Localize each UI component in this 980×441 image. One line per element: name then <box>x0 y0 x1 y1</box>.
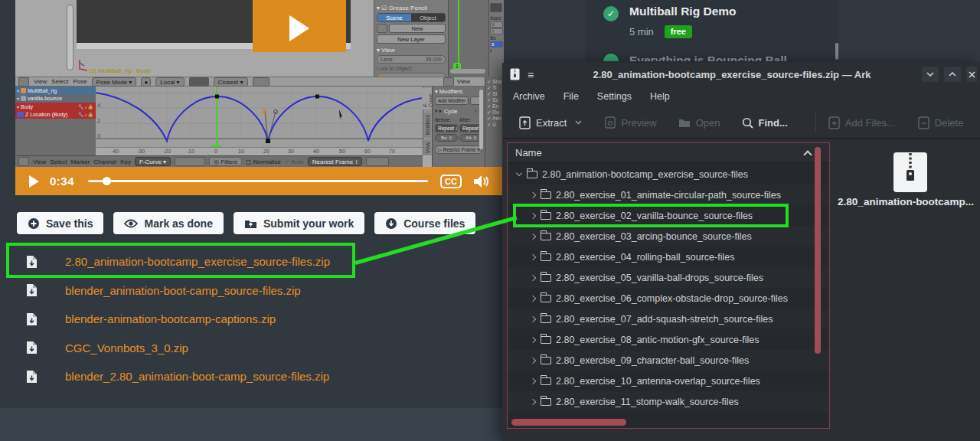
lesson-title-clipped[interactable]: Everything is Bouncing Ball <box>629 54 787 61</box>
save-this-button[interactable]: Save this <box>17 212 103 234</box>
lesson-title[interactable]: Multiball Rig Demo <box>629 5 737 18</box>
archive-row[interactable]: 2.80_exercise_04_rolling-ball_source-fil… <box>508 247 829 267</box>
expander-chevron-icon[interactable] <box>528 293 538 304</box>
graph-channel-list: ▾ MultiBall_rig ▾ vanilla-bounce ▾ Body … <box>15 87 96 155</box>
lesson-list-scrollbar[interactable] <box>835 43 838 60</box>
speaker-icon <box>472 174 490 189</box>
expander-chevron-icon[interactable] <box>528 190 538 201</box>
menu-item[interactable]: Settings <box>597 91 632 102</box>
pivot-dropdown: Local ▾ <box>155 77 184 87</box>
archive-rows: 2.80_animation-bootcamp_exercise_source-… <box>508 164 829 412</box>
x-field: X <box>490 21 503 28</box>
menu-item[interactable]: File <box>564 91 579 102</box>
video-control-bar[interactable]: 0:34 CC <box>15 167 504 195</box>
file-download-icon <box>26 312 38 326</box>
download-link[interactable]: blender_animation-boot-camp_source-files… <box>65 284 301 297</box>
archive-row[interactable]: 2.80_exercise_05_vanilla-ball-drops_sour… <box>508 267 829 288</box>
lesson-duration: 5 min <box>629 26 654 38</box>
download-circle-icon <box>385 217 397 230</box>
archive-row[interactable]: 2.80_exercise_07_add-squash-stretch_sour… <box>508 309 829 329</box>
video-progress-bar[interactable] <box>88 180 428 182</box>
expander-chevron-icon[interactable] <box>528 252 538 263</box>
expander-chevron-icon[interactable] <box>528 355 538 366</box>
expander-chevron-icon[interactable] <box>528 273 538 283</box>
video-player[interactable]: (1) MultiBall_rig : Body ▾ ☑ Grease Penc… <box>15 0 504 195</box>
archive-row[interactable]: 2.80_exercise_03_arcing-bounce_source-fi… <box>508 226 829 247</box>
progress-handle[interactable] <box>103 177 111 185</box>
archive-row[interactable]: 2.80_exercise_11_stomp-walk_source-files <box>508 391 829 412</box>
frame-number: -30 <box>137 149 145 154</box>
close-button[interactable] <box>966 67 977 82</box>
download-row: blender-animation-bootcamp-captions.zip <box>23 305 482 334</box>
folder-icon <box>541 191 551 199</box>
tab-view: View <box>424 140 431 155</box>
footer-band <box>0 408 505 441</box>
archive-row[interactable]: 2.80_animation-bootcamp_exercise_source-… <box>508 164 829 185</box>
folder-icon <box>678 118 691 128</box>
folder-icon <box>541 274 551 282</box>
grease-pencil-panel: ▾ ☑ Grease Pencil Scene Object New New L… <box>374 0 448 87</box>
archive-row[interactable]: 2.80_exercise_01_animate-circular-path_s… <box>508 185 829 205</box>
download-link[interactable]: CGC_Vonnbots_3_0.zip <box>65 341 188 354</box>
ark-menubar: ArchiveFileSettingsHelp <box>502 86 980 107</box>
lock-to-object-label: Lock to Object: <box>377 66 446 71</box>
snap-dropdown: Closest ▾ <box>214 77 248 87</box>
list-header-name[interactable]: Name <box>508 143 829 163</box>
frame-number: 0 <box>214 149 217 154</box>
expander-chevron-icon[interactable] <box>514 169 524 180</box>
panel-title: ▾ ☑ Grease Pencil <box>377 5 446 11</box>
expander-chevron-icon[interactable] <box>528 231 538 242</box>
archive-row[interactable]: 2.80_exercise_06_complex-obstacle-drop_s… <box>508 288 829 309</box>
expander-chevron-icon[interactable] <box>528 314 538 325</box>
modifiers-panel: ▾ Modifiers Add Modifier ▾ ▾ ● Cycle ♪ ✕… <box>432 87 485 167</box>
frame-number: 20 <box>263 149 270 154</box>
expander-chevron-icon[interactable] <box>528 376 538 387</box>
menu-item[interactable]: Archive <box>513 91 545 102</box>
submit-your-work-button[interactable]: Submit your work <box>234 212 364 234</box>
folder-icon <box>527 171 537 178</box>
download-link[interactable]: blender_2.80_animation-boot-camp_source-… <box>65 370 329 383</box>
archive-row[interactable]: 2.80_exercise_08_antic-motion-gfx_source… <box>508 329 829 350</box>
archive-info-label: 2.80_animation-bootcamp... <box>831 196 980 207</box>
frame-number: 40 <box>313 149 319 154</box>
nearest-frame-dropdown: Nearest Frame ↕ <box>308 157 363 166</box>
hamburger-menu-icon[interactable]: ≡ <box>528 69 534 81</box>
file-download-icon <box>26 283 38 297</box>
menu-pose: Pose <box>73 78 87 85</box>
add-modifier-button: Add Modifier ▾ <box>435 96 469 105</box>
folder-icon <box>541 315 551 323</box>
caret-icon: ▾ <box>17 88 19 93</box>
frame-number: 10 <box>238 149 244 154</box>
ark-horizontal-scrollbar[interactable] <box>511 419 626 426</box>
video-play-overlay-button[interactable] <box>253 0 346 52</box>
folder-icon <box>541 295 551 302</box>
archive-row[interactable]: 2.80_exercise_09_character-ball_source-f… <box>508 350 829 371</box>
play-button[interactable] <box>29 175 39 188</box>
find-button[interactable]: Find... <box>742 117 788 129</box>
expander-chevron-icon[interactable] <box>528 397 538 407</box>
archive-row[interactable]: 2.80_exercise_10_antenna-overlap_source-… <box>508 371 829 391</box>
menu-select: Select <box>51 78 68 85</box>
download-row: blender_animation-boot-camp_source-files… <box>23 276 482 305</box>
graph-sidebar-tabs: F-Curve Modifiers View <box>423 87 432 155</box>
closed-captions-button[interactable]: CC <box>440 175 462 188</box>
file-download-icon <box>26 370 38 384</box>
editor-type-icon <box>18 77 29 87</box>
ark-titlebar[interactable]: 2.80_animation-bootcamp_exercise_source-… <box>502 63 980 86</box>
download-link[interactable]: blender-animation-bootcamp-captions.zip <box>65 312 276 325</box>
extract-button[interactable]: Extract <box>519 116 582 129</box>
mark-as-done-button[interactable]: Mark as done <box>113 212 223 234</box>
menu-item[interactable]: Help <box>650 91 670 102</box>
properties-panel-top: Aspe X Y Bo 5 f <box>488 0 504 77</box>
ark-vertical-scrollbar[interactable] <box>815 147 821 354</box>
volume-button[interactable] <box>472 174 490 189</box>
pose-mode-dropdown: Pose Mode ▾ <box>92 77 137 87</box>
prop-label: ✓ Sha <box>487 79 502 85</box>
caret-icon: ▾ ● <box>435 108 442 114</box>
tab-object: Object <box>411 14 445 21</box>
caret-icon: ▾ <box>17 96 19 101</box>
free-badge: free <box>665 25 692 38</box>
frame-number: 60 <box>364 149 371 154</box>
fcurve-mode-dropdown: F-Curve ▾ <box>135 157 171 166</box>
expander-chevron-icon[interactable] <box>528 335 538 345</box>
